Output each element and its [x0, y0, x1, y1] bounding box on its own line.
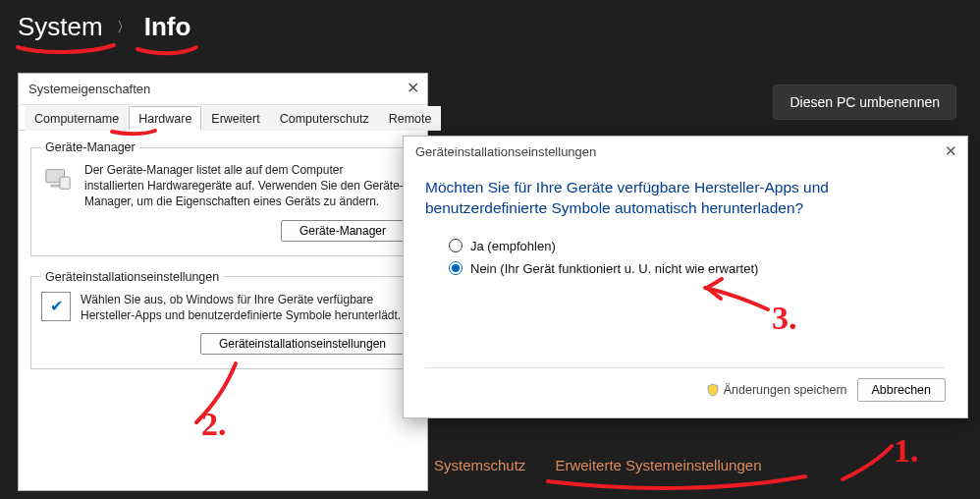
group-device-install-settings: Geräteinstallationseinstellungen ✔ Wähle… [30, 270, 415, 369]
device-install-settings-dialog: Geräteinstallationseinstellungen ✕ Möcht… [403, 136, 968, 418]
tab-remote[interactable]: Remote [379, 106, 442, 131]
tab-erweitert[interactable]: Erweitert [201, 106, 269, 131]
tab-panel-hardware: Geräte-Manager Der Geräte-Manager listet… [19, 131, 427, 393]
device-install-desc: Wählen Sie aus, ob Windows für Ihre Gerä… [81, 292, 405, 323]
radio-group: Ja (empfohlen) Nein (Ihr Gerät funktioni… [404, 225, 967, 290]
link-systemschutz[interactable]: Systemschutz [434, 457, 525, 473]
device-manager-button[interactable]: Geräte-Manager [281, 220, 405, 242]
device-install-settings-button[interactable]: Geräteinstallationseinstellungen [200, 333, 405, 355]
option-yes[interactable]: Ja (empfohlen) [449, 239, 922, 253]
tab-computername[interactable]: Computername [25, 106, 129, 131]
option-yes-label: Ja (empfohlen) [470, 239, 556, 253]
rename-pc-button[interactable]: Diesen PC umbenennen [773, 84, 956, 120]
option-no[interactable]: Nein (Ihr Gerät funktioniert u. U. nicht… [449, 261, 922, 276]
breadcrumb-root[interactable]: System [18, 12, 103, 42]
option-no-label: Nein (Ihr Gerät funktioniert u. U. nicht… [470, 261, 758, 276]
tab-computerschutz[interactable]: Computerschutz [270, 106, 379, 131]
link-erweiterte-systemeinstellungen[interactable]: Erweiterte Systemeinstellungen [555, 457, 761, 473]
breadcrumb: System 〉 Info [18, 12, 191, 42]
related-links: Systemschutz Erweiterte Systemeinstellun… [434, 457, 761, 473]
svg-rect-1 [51, 185, 60, 188]
checkbox-icon: ✔ [41, 292, 71, 321]
dialog-footer: Änderungen speichern Abbrechen [425, 367, 946, 402]
dialog-titlebar[interactable]: Systemeigenschaften ✕ [19, 74, 427, 105]
chevron-right-icon: 〉 [117, 19, 131, 36]
group-device-manager: Geräte-Manager Der Geräte-Manager listet… [30, 140, 415, 256]
tab-hardware[interactable]: Hardware [129, 106, 201, 131]
system-properties-dialog: Systemeigenschaften ✕ Computername Hardw… [18, 73, 428, 491]
device-manager-desc: Der Geräte-Manager listet alle auf dem C… [84, 162, 405, 210]
close-icon[interactable]: ✕ [945, 142, 957, 160]
tab-strip: Computername Hardware Erweitert Computer… [19, 105, 427, 131]
radio-icon [449, 239, 463, 252]
cancel-button[interactable]: Abbrechen [857, 378, 946, 402]
svg-rect-2 [60, 177, 70, 189]
dialog-question: Möchten Sie für Ihre Geräte verfügbare H… [404, 166, 967, 225]
shield-icon [706, 383, 720, 397]
device-manager-icon [41, 162, 75, 195]
radio-icon-selected [449, 261, 463, 275]
breadcrumb-page: Info [144, 12, 191, 42]
close-icon[interactable]: ✕ [407, 79, 419, 97]
legend-device-install: Geräteinstallationseinstellungen [41, 270, 223, 284]
svg-text:1.: 1. [894, 432, 919, 469]
legend-device-manager: Geräte-Manager [41, 140, 139, 154]
dialog-title: Systemeigenschaften [28, 82, 150, 96]
dialog-titlebar[interactable]: Geräteinstallationseinstellungen ✕ [404, 137, 967, 166]
save-changes-button[interactable]: Änderungen speichern [706, 383, 847, 397]
dialog-title: Geräteinstallationseinstellungen [415, 144, 596, 159]
